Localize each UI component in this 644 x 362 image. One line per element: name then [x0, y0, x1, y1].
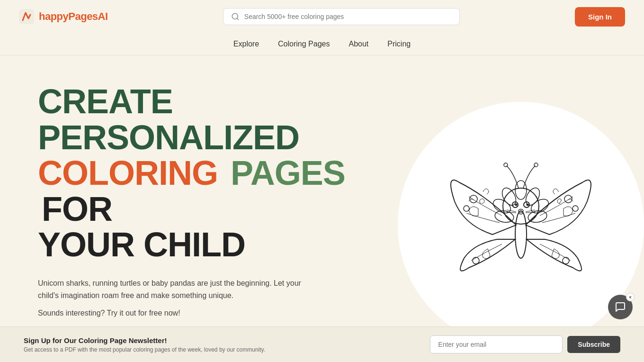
subscribe-button[interactable]: Subscribe: [567, 336, 620, 353]
svg-rect-0: [19, 9, 34, 24]
newsletter-form: Subscribe: [430, 335, 620, 353]
search-bar: [223, 8, 460, 25]
nav-item-pricing[interactable]: Pricing: [387, 40, 411, 48]
search-input[interactable]: [244, 13, 452, 20]
svg-line-2: [237, 18, 238, 19]
svg-point-27: [504, 163, 508, 167]
svg-point-15: [527, 203, 529, 206]
newsletter-email-input[interactable]: [430, 335, 563, 353]
newsletter-description: Get access to a PDF with the most popula…: [24, 346, 265, 353]
hero-cta-text: Sounds interesting? Try it out for free …: [38, 309, 346, 317]
hero-content: CREATE PERSONALIZED COLORING PAGES FOR Y…: [38, 84, 346, 351]
svg-point-22: [464, 206, 469, 211]
svg-point-26: [563, 257, 569, 264]
chat-icon: [615, 301, 626, 313]
newsletter-banner: Sign Up for Our Coloring Page Newsletter…: [0, 326, 644, 362]
chat-bubble[interactable]: ×: [608, 295, 633, 319]
newsletter-title: Sign Up for Our Coloring Page Newsletter…: [24, 336, 265, 344]
nav-item-coloring-pages[interactable]: Coloring Pages: [278, 40, 330, 48]
svg-point-6: [491, 196, 513, 216]
hero-section: CREATE PERSONALIZED COLORING PAGES FOR Y…: [0, 55, 644, 362]
sign-in-button[interactable]: Sign In: [575, 7, 625, 27]
svg-point-3: [515, 211, 527, 258]
svg-point-24: [572, 206, 578, 211]
newsletter-text: Sign Up for Our Coloring Page Newsletter…: [24, 336, 265, 353]
butterfly-illustration: [431, 135, 611, 315]
nav-item-explore[interactable]: Explore: [233, 40, 259, 48]
chat-close-button[interactable]: ×: [626, 293, 635, 301]
logo[interactable]: happyPagesAI: [19, 9, 108, 24]
hero-description: Unicorn sharks, running turtles or baby …: [38, 277, 303, 301]
search-icon: [231, 12, 240, 21]
svg-point-28: [534, 163, 538, 167]
hero-image: [398, 102, 644, 348]
logo-icon: [19, 9, 34, 24]
logo-text: happyPagesAI: [39, 10, 108, 23]
hero-title: CREATE PERSONALIZED COLORING PAGES FOR Y…: [38, 84, 346, 263]
svg-point-13: [515, 203, 518, 206]
svg-point-4: [503, 188, 539, 224]
header: happyPagesAI Sign In: [0, 0, 644, 33]
svg-point-9: [529, 196, 551, 216]
main-nav: Explore Coloring Pages About Pricing: [0, 33, 644, 55]
svg-point-25: [473, 257, 479, 264]
nav-item-about[interactable]: About: [349, 40, 368, 48]
